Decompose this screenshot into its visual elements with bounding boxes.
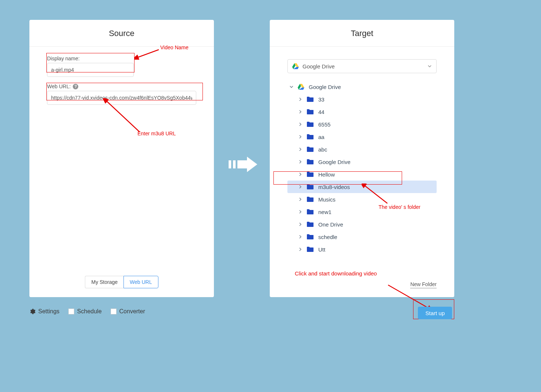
- web-url-label-text: Web URL:: [47, 83, 71, 89]
- schedule-toggle[interactable]: Schedule: [68, 308, 102, 315]
- chevron-right-icon: [298, 97, 303, 102]
- drive-select[interactable]: Google Drive: [287, 59, 437, 73]
- tree-folder-label: Hellow: [318, 171, 335, 178]
- folder-icon: [307, 146, 314, 152]
- folder-icon: [307, 234, 314, 240]
- chevron-down-icon: [427, 64, 432, 68]
- tree-folder-label: 33: [318, 96, 325, 103]
- folder-icon: [307, 121, 314, 127]
- tree-folder-google-drive[interactable]: Google Drive: [287, 156, 437, 168]
- start-up-button[interactable]: Start up: [418, 307, 452, 319]
- chevron-right-icon: [298, 197, 303, 202]
- new-folder-link[interactable]: New Folder: [410, 281, 437, 288]
- tree-folder-utt[interactable]: Utt: [287, 243, 437, 256]
- target-title: Target: [270, 20, 454, 47]
- tree-folder-one-drive[interactable]: One Drive: [287, 218, 437, 231]
- converter-label: Converter: [119, 308, 145, 315]
- folder-icon: [307, 221, 314, 227]
- svg-rect-3: [233, 160, 236, 168]
- chevron-right-icon: [298, 222, 303, 227]
- settings-label: Settings: [38, 308, 60, 315]
- display-name-input[interactable]: [47, 63, 134, 77]
- chevron-right-icon: [298, 134, 303, 139]
- tree-folder-label: Utt: [318, 246, 325, 253]
- tree-folder-label: aa: [318, 134, 325, 140]
- gear-icon: [29, 309, 35, 314]
- tree-folder-label: 6555: [318, 121, 330, 128]
- folder-icon: [307, 96, 314, 102]
- svg-rect-2: [229, 160, 231, 168]
- source-tab-row: My Storage Web URL: [29, 276, 214, 288]
- chevron-right-icon: [298, 172, 303, 177]
- google-drive-icon: [292, 63, 299, 69]
- tree-folder-label: m3u8-videos: [318, 184, 350, 190]
- annotation-click-start: Click and start downloading video: [295, 270, 377, 277]
- tree-folder-hellow[interactable]: Hellow: [287, 168, 437, 181]
- chevron-right-icon: [298, 122, 303, 127]
- tree-folder-label: abc: [318, 146, 327, 153]
- tree-folder-label: new1: [318, 209, 332, 215]
- svg-rect-4: [237, 160, 247, 168]
- tree-folder-6555[interactable]: 6555: [287, 118, 437, 131]
- folder-icon: [307, 246, 314, 252]
- tree-folder-aa[interactable]: aa: [287, 131, 437, 143]
- tree-folder-label: Musics: [318, 196, 336, 203]
- tree-root-label: Google Drive: [309, 84, 341, 90]
- folder-icon: [307, 196, 314, 202]
- settings-button[interactable]: Settings: [29, 308, 60, 315]
- svg-line-1: [106, 100, 140, 132]
- chevron-right-icon: [298, 247, 303, 252]
- chevron-down-icon: [289, 84, 294, 89]
- tree-folder-label: One Drive: [318, 221, 343, 228]
- drive-select-label: Google Drive: [302, 63, 335, 70]
- folder-icon: [307, 109, 314, 115]
- tree-root-google-drive[interactable]: Google Drive: [287, 81, 437, 93]
- folder-icon: [307, 209, 314, 215]
- tree-folder-abc[interactable]: abc: [287, 143, 437, 156]
- chevron-right-icon: [298, 109, 303, 114]
- tree-folder-label: 44: [318, 109, 325, 115]
- source-panel: Source Display name: Web URL: ? Video Na…: [29, 20, 214, 297]
- tree-folder-label: Google Drive: [318, 159, 351, 165]
- transfer-arrow-icon: [229, 156, 258, 173]
- folder-icon: [307, 171, 314, 177]
- checkbox-icon: [68, 309, 74, 314]
- help-icon[interactable]: ?: [73, 84, 78, 89]
- tree-folder-new1[interactable]: new1: [287, 206, 437, 218]
- chevron-right-icon: [298, 147, 303, 152]
- web-url-input[interactable]: [47, 91, 196, 105]
- schedule-label: Schedule: [77, 308, 102, 315]
- google-drive-icon: [298, 84, 304, 90]
- converter-toggle[interactable]: Converter: [111, 308, 145, 315]
- checkbox-icon: [111, 309, 117, 314]
- tab-my-storage[interactable]: My Storage: [85, 276, 123, 288]
- chevron-right-icon: [298, 184, 303, 189]
- display-name-label: Display name:: [47, 56, 196, 61]
- tree-folder-schedle[interactable]: schedle: [287, 231, 437, 243]
- tree-folder-label: schedle: [318, 234, 337, 240]
- tree-folder-musics[interactable]: Musics: [287, 193, 437, 206]
- tab-web-url[interactable]: Web URL: [123, 276, 158, 288]
- web-url-label: Web URL: ?: [47, 83, 196, 89]
- tree-folder-33[interactable]: 33: [287, 93, 437, 106]
- chevron-right-icon: [298, 159, 303, 164]
- chevron-right-icon: [298, 234, 303, 239]
- source-title: Source: [29, 20, 214, 47]
- svg-marker-5: [247, 157, 257, 172]
- tree-folder-m3u8-videos[interactable]: m3u8-videos: [287, 181, 437, 193]
- folder-tree: Google Drive 33446555aaabcGoogle DriveHe…: [287, 81, 437, 256]
- tree-folder-44[interactable]: 44: [287, 106, 437, 118]
- folder-icon: [307, 159, 314, 165]
- target-panel: Target Google Drive: [270, 20, 454, 297]
- chevron-right-icon: [298, 209, 303, 214]
- annotation-enter-url: Enter m3u8 URL: [137, 131, 176, 136]
- folder-icon: [307, 134, 314, 140]
- folder-icon: [307, 184, 314, 190]
- footer-bar: Settings Schedule Converter: [29, 308, 454, 315]
